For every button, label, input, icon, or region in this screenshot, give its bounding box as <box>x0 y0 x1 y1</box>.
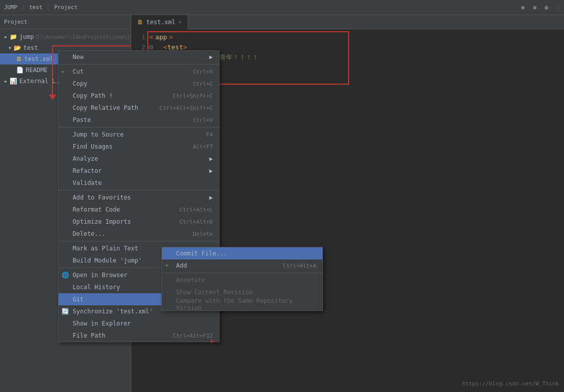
code-bracket-close1: > <box>169 32 173 42</box>
menu-shortcut-jump-source: F4 <box>206 132 213 138</box>
menu-label-paste: Paste <box>73 116 91 123</box>
jump-label: JUMP <box>4 4 18 11</box>
code-bracket-close2: > <box>183 43 187 51</box>
watermark: https://blog.csdn.net/W_Think <box>462 380 559 387</box>
toolbar-btn2[interactable]: Project <box>54 4 77 11</box>
git-submenu: Commit File... + Add Ctrl+Alt+A Annotate… <box>161 247 323 311</box>
submenu-label-annotate: Annotate <box>176 277 205 284</box>
menu-label-build-module: Build Module 'jump' <box>73 257 142 264</box>
menu-item-analyze[interactable]: Analyze ▶ <box>59 153 219 165</box>
menu-arrow-analyze: ▶ <box>209 155 213 162</box>
md-file-icon: 📄 <box>16 67 24 74</box>
menu-label-git: Git <box>73 296 84 303</box>
tree-label-jump: jump <box>19 33 34 40</box>
menu-shortcut-copy-path: Ctrl+Shift+C <box>173 93 213 99</box>
menu-item-copy[interactable]: Copy Ctrl+C <box>59 78 219 90</box>
toolbar-btn1[interactable]: test <box>29 4 43 11</box>
menu-label-open-browser: Open in Browser <box>73 272 127 279</box>
submenu-shortcut-add: Ctrl+Alt+A <box>283 263 316 269</box>
menu-shortcut-file-path: Ctrl+Alt+F12 <box>173 333 213 339</box>
submenu-label-add: Add <box>176 262 187 269</box>
toolbar-icon-plus[interactable]: ⊕ <box>521 4 525 11</box>
menu-item-new[interactable]: New ▶ <box>59 51 219 63</box>
menu-label-synchronize: Synchronize 'test.xml' <box>73 308 153 315</box>
toolbar-icon-sync[interactable]: ≡ <box>533 4 536 11</box>
menu-red-arrow: ➤ <box>210 337 215 346</box>
menu-shortcut-find-usages: Alt+F7 <box>193 144 213 150</box>
menu-item-paste[interactable]: Paste Ctrl+V <box>59 114 219 126</box>
menu-label-delete: Delete... <box>73 230 105 237</box>
tree-label-testxml: test.xml <box>24 55 53 62</box>
project-icon: 📁 <box>10 33 17 40</box>
submenu-item-annotate: Annotate <box>162 274 322 286</box>
menu-item-reformat[interactable]: Reformat Code Ctrl+Alt+L <box>59 204 219 216</box>
menu-arrow-refactor: ▶ <box>209 167 213 174</box>
menu-item-file-path[interactable]: File Path Ctrl+Alt+F12 <box>59 330 219 342</box>
menu-item-add-favorites[interactable]: Add to Favorites ▶ <box>59 191 219 204</box>
tree-path-jump: D:\document\IdeaProjects\jump\jump <box>36 34 139 40</box>
sync-icon: 🔄 <box>62 308 69 315</box>
menu-item-copy-relative[interactable]: Copy Relative Path Ctrl+Alt+Shift+C <box>59 102 219 114</box>
expand-icon-test: ▾ <box>8 44 12 51</box>
red-arrow-head <box>49 95 56 100</box>
toolbar-icon-gear[interactable]: ⚙ <box>545 4 548 11</box>
menu-arrow-favorites: ▶ <box>209 194 213 201</box>
menu-shortcut-paste: Ctrl+V <box>193 117 213 123</box>
library-icon: 📊 <box>10 78 17 85</box>
submenu-item-add[interactable]: + Add Ctrl+Alt+A <box>162 259 322 272</box>
submenu-sep-1 <box>162 273 322 273</box>
menu-label-validate: Validate <box>73 179 102 186</box>
menu-sep-0 <box>59 64 219 64</box>
add-icon: + <box>165 262 168 269</box>
menu-label-jump-source: Jump to Source <box>73 131 124 138</box>
scissors-icon: ✂ <box>62 69 65 75</box>
menu-item-delete[interactable]: Delete... Delete <box>59 228 219 240</box>
menu-item-show-explorer[interactable]: Show in Explorer <box>59 317 219 330</box>
menu-item-copy-path[interactable]: Copy Path ! Ctrl+Shift+C <box>59 90 219 102</box>
code-tag-test-open: test <box>167 43 183 51</box>
menu-shortcut-cut: Ctrl+X <box>193 69 213 75</box>
menu-shortcut-copy: Ctrl+C <box>193 81 213 87</box>
menu-arrow-new: ▶ <box>209 53 213 60</box>
menu-shortcut-reformat: Ctrl+Alt+L <box>180 207 213 213</box>
menu-item-jump-source[interactable]: Jump to Source F4 <box>59 128 219 141</box>
code-line-1: <app> <box>149 32 564 42</box>
menu-label-copy: Copy <box>73 80 87 87</box>
code-bracket-open2: < <box>163 43 167 51</box>
menu-sep-3 <box>59 241 219 241</box>
submenu-label-show-revision: Show Current Revision <box>176 289 253 296</box>
toolbar-sep1: | <box>22 4 25 11</box>
submenu-label-compare-same: Compare with the Same Repository Version <box>176 297 316 311</box>
red-arrow-vertical <box>52 45 53 96</box>
menu-shortcut-optimize: Ctrl+Alt+O <box>180 219 213 225</box>
menu-label-file-path: File Path <box>73 332 105 339</box>
toolbar-divider: | <box>556 4 560 11</box>
code-tag-app-open: app <box>155 32 167 42</box>
submenu-item-commit[interactable]: Commit File... <box>162 247 322 259</box>
menu-label-copy-relative: Copy Relative Path <box>73 104 138 111</box>
code-bracket-open1: < <box>149 32 153 42</box>
menu-item-refactor[interactable]: Refactor ▶ <box>59 165 219 177</box>
tab-test-xml[interactable]: 🗎 test.xml ✕ <box>131 15 188 29</box>
toolbar-sep2: | <box>46 4 50 11</box>
globe-icon: 🌐 <box>62 272 69 279</box>
panel-title: Project <box>4 19 27 25</box>
tree-label-test: test <box>23 44 38 51</box>
tab-close-icon[interactable]: ✕ <box>179 19 182 25</box>
expand-icon: ▸ <box>4 33 8 40</box>
menu-label-copy-path: Copy Path ! <box>73 92 112 99</box>
panel-header: Project <box>0 15 131 29</box>
menu-item-cut[interactable]: ✂ Cut Ctrl+X <box>59 66 219 78</box>
submenu-item-show-revision: Show Current Revision <box>162 286 322 298</box>
menu-label-optimize: Optimize Imports <box>73 218 131 225</box>
tree-item-jump[interactable]: ▸ 📁 jump D:\document\IdeaProjects\jump\j… <box>0 31 131 42</box>
tab-bar: 🗎 test.xml ✕ <box>131 15 564 29</box>
menu-item-optimize[interactable]: Optimize Imports Ctrl+Alt+O <box>59 216 219 228</box>
menu-label-local-history: Local History <box>73 284 120 291</box>
menu-label-mark-plain: Mark as Plain Text <box>73 245 138 252</box>
menu-item-find-usages[interactable]: Find Usages Alt+F7 <box>59 141 219 153</box>
menu-item-validate[interactable]: Validate <box>59 177 219 189</box>
xml-file-icon: 🗎 <box>16 55 22 62</box>
tree-label-readme: README <box>26 67 47 74</box>
menu-label-show-explorer: Show in Explorer <box>73 320 131 327</box>
